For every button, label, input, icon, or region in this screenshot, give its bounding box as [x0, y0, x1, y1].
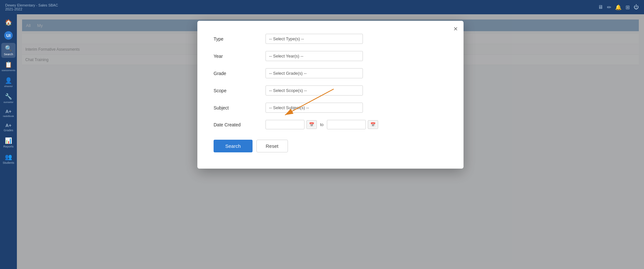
modal-close-button[interactable]: × [453, 25, 458, 32]
sidebar-item-behavior-label: ehavior [4, 85, 13, 88]
students-icon: 👥 [5, 153, 12, 160]
sidebar-item-students[interactable]: 👥 Students [1, 151, 16, 166]
sidebar: 🏠 UI 🔍 Search 📋 ssessments 👤 ehavior 🔧 o… [0, 14, 17, 269]
sidebar-item-ui[interactable]: UI [1, 29, 16, 42]
sidebar-item-gradebook[interactable]: A+ radeBook [1, 107, 16, 120]
sidebar-item-reports[interactable]: 📊 Reports [1, 135, 16, 150]
date-created-label: Date Created [214, 122, 266, 127]
top-bar-icons: 🖥 ✏ 🔔 ⊞ ⏻ [598, 4, 639, 10]
type-label: Type [214, 36, 266, 42]
modal-button-row: Search Reset [214, 140, 447, 152]
main-content: All My Interim Formative Assessments Cha… [17, 14, 644, 269]
exit-icon[interactable]: ⏻ [634, 4, 639, 10]
sidebar-item-gradebook-label: radeBook [3, 115, 14, 118]
search-button[interactable]: Search [214, 140, 253, 152]
type-select[interactable]: -- Select Type(s) -- [266, 34, 363, 44]
date-created-inputs: 📅 to 📅 [266, 120, 378, 129]
behavior-icon: 👤 [5, 77, 12, 84]
sidebar-item-behavior[interactable]: 👤 ehavior [1, 75, 16, 90]
sidebar-item-counselor[interactable]: 🔧 ounselor [1, 91, 16, 106]
date-start-calendar-button[interactable]: 📅 [306, 120, 317, 129]
logo-icon: 🏠 [5, 19, 12, 26]
scope-label: Scope [214, 88, 266, 93]
modal-overlay: × Type -- Select Type(s) -- [17, 14, 644, 269]
pencil-icon[interactable]: ✏ [607, 4, 611, 10]
sidebar-item-search[interactable]: 🔍 Search [1, 43, 16, 58]
sidebar-item-grades-label: Grades [4, 129, 13, 132]
subject-field-row: Subject -- Select Subject(s) -- [214, 103, 447, 113]
assessments-icon: 📋 [5, 61, 12, 68]
grades-icon: A+ [6, 123, 11, 128]
ui-icon: UI [4, 31, 13, 40]
grade-input-wrap: -- Select Grade(s) -- [266, 68, 363, 78]
subject-select[interactable]: -- Select Subject(s) -- [266, 103, 363, 113]
sidebar-item-reports-label: Reports [3, 145, 14, 148]
grade-label: Grade [214, 71, 266, 76]
monitor-icon[interactable]: 🖥 [598, 4, 603, 10]
scope-field-row: Scope -- Select Scope(s) -- [214, 85, 447, 96]
scope-select[interactable]: -- Select Scope(s) -- [266, 85, 363, 96]
grade-select[interactable]: -- Select Grade(s) -- [266, 68, 363, 78]
gradebook-icon: A+ [6, 109, 11, 114]
sidebar-item-assessments-label: ssessments [2, 69, 15, 72]
subject-label: Subject [214, 105, 266, 110]
scope-input-wrap: -- Select Scope(s) -- [266, 85, 363, 96]
type-input-wrap: -- Select Type(s) -- [266, 34, 363, 44]
date-end-input[interactable] [327, 120, 366, 129]
grade-field-row: Grade -- Select Grade(s) -- [214, 68, 447, 78]
sidebar-item-grades[interactable]: A+ Grades [1, 121, 16, 134]
year-label: Year [214, 54, 266, 59]
bell-icon[interactable]: 🔔 [615, 4, 622, 10]
sidebar-item-students-label: Students [3, 161, 14, 164]
type-field-row: Type -- Select Type(s) -- [214, 34, 447, 44]
filter-modal: × Type -- Select Type(s) -- [197, 21, 464, 169]
top-bar: Dewey Elementary - Sales SBAC 2021-2022 … [0, 0, 644, 14]
subject-input-wrap: -- Select Subject(s) -- [266, 103, 363, 113]
year-field-row: Year -- Select Year(s) -- [214, 51, 447, 61]
grid-icon[interactable]: ⊞ [625, 4, 630, 10]
date-to-label: to [320, 122, 324, 127]
counselor-icon: 🔧 [5, 93, 12, 100]
sidebar-item-counselor-label: ounselor [4, 101, 14, 104]
year-input-wrap: -- Select Year(s) -- [266, 51, 363, 61]
date-end-calendar-button[interactable]: 📅 [368, 120, 378, 129]
search-icon: 🔍 [5, 45, 12, 52]
sidebar-item-assessments[interactable]: 📋 ssessments [1, 59, 16, 74]
reports-icon: 📊 [5, 137, 12, 144]
reset-button[interactable]: Reset [256, 140, 288, 152]
date-start-input[interactable] [266, 120, 304, 129]
date-created-field-row: Date Created 📅 to 📅 [214, 120, 447, 129]
school-title: Dewey Elementary - Sales SBAC 2021-2022 [5, 3, 598, 11]
sidebar-item-search-label: Search [4, 53, 13, 56]
year-select[interactable]: -- Select Year(s) -- [266, 51, 363, 61]
sidebar-item-logo[interactable]: 🏠 [1, 17, 16, 28]
